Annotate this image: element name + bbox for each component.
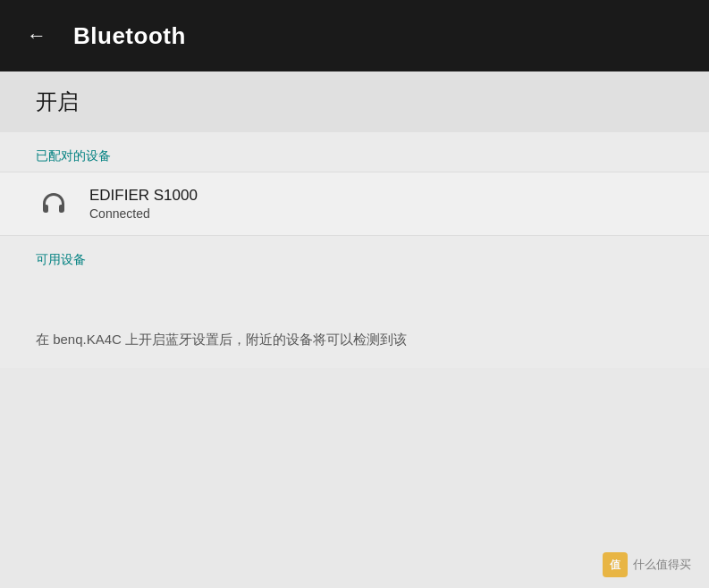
notice-text: 在 benq.KA4C 上开启蓝牙设置后，附近的设备将可以检测到该 xyxy=(0,275,709,368)
watermark-text: 什么值得买 xyxy=(633,557,691,573)
page-title: Bluetooth xyxy=(73,22,186,50)
toggle-row: 开启 xyxy=(0,71,709,132)
device-info: EDIFIER S1000 Connected xyxy=(89,187,198,221)
content-area: 开启 已配对的设备 EDIFIER S1000 Connected 可用设备 在… xyxy=(0,71,709,368)
bluetooth-toggle-label: 开启 xyxy=(36,88,79,116)
device-row[interactable]: EDIFIER S1000 Connected xyxy=(0,172,709,236)
watermark-icon: 值 xyxy=(603,552,628,577)
headphone-icon xyxy=(36,188,72,220)
back-button[interactable]: ← xyxy=(27,24,46,47)
device-status: Connected xyxy=(89,206,198,221)
watermark: 值 什么值得买 xyxy=(603,552,691,577)
paired-section-label: 已配对的设备 xyxy=(0,132,709,172)
device-name: EDIFIER S1000 xyxy=(89,187,198,205)
available-section-label: 可用设备 xyxy=(0,236,709,275)
header: ← Bluetooth xyxy=(0,0,709,71)
